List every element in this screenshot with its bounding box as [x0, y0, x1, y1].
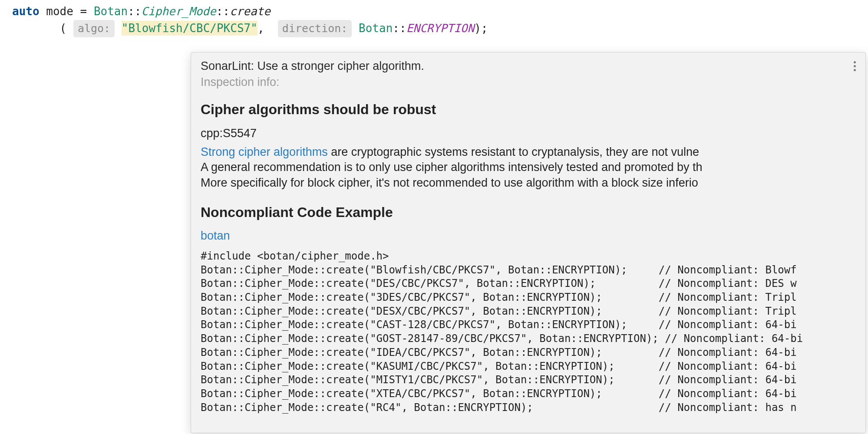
- noncompliant-codeblock[interactable]: #include <botan/cipher_mode.h> Botan::Ci…: [201, 250, 856, 414]
- variable-mode: mode: [46, 5, 73, 18]
- dcolon2: ::: [216, 5, 230, 18]
- noncompliant-heading: Noncompliant Code Example: [201, 202, 856, 222]
- param-hint-direction: direction:: [278, 20, 352, 37]
- keyword-auto: auto: [12, 5, 40, 18]
- rule-desc-line-3: More specifically for block cipher, it's…: [201, 175, 856, 191]
- semi: ;: [481, 22, 488, 35]
- code-line-2[interactable]: ( algo: "Blowfish/CBC/PKCS7", direction:…: [0, 20, 868, 37]
- lparen: (: [60, 22, 67, 35]
- string-algo-arg[interactable]: "Blowfish/CBC/PKCS7": [122, 21, 257, 36]
- class-cipher-mode: Cipher_Mode: [141, 5, 216, 18]
- strong-cipher-link[interactable]: Strong cipher algorithms: [201, 145, 328, 158]
- param-hint-algo: algo:: [73, 20, 115, 37]
- code-editor[interactable]: auto mode = Botan::Cipher_Mode::create (…: [0, 0, 868, 37]
- inspection-tooltip[interactable]: SonarLint: Use a stronger cipher algorit…: [191, 52, 866, 433]
- botan-link[interactable]: botan: [201, 227, 230, 244]
- rule-title: Cipher algorithms should be robust: [201, 99, 856, 119]
- sonarlint-message: SonarLint: Use a stronger cipher algorit…: [201, 59, 856, 74]
- const-encryption: ENCRYPTION: [406, 22, 475, 35]
- method-create: create: [230, 5, 271, 18]
- desc-rest-1: are cryptographic systems resistant to c…: [328, 145, 699, 158]
- rule-id: cpp:S5547: [201, 125, 856, 142]
- dcolon: ::: [128, 5, 141, 18]
- rule-desc-line-2: A general recommendation is to only use …: [201, 160, 856, 175]
- dcolon3: ::: [393, 22, 406, 35]
- inspection-info-label: Inspection info:: [201, 75, 856, 90]
- namespace-botan-2: Botan: [359, 22, 393, 35]
- rparen: ): [474, 22, 481, 35]
- more-options-icon[interactable]: [851, 59, 858, 74]
- namespace-botan: Botan: [94, 5, 128, 18]
- comma: ,: [257, 22, 264, 35]
- rule-desc-line-1: Strong cipher algorithms are cryptograph…: [201, 145, 856, 160]
- operator-eq: =: [80, 5, 87, 18]
- code-line-1[interactable]: auto mode = Botan::Cipher_Mode::create: [0, 3, 868, 20]
